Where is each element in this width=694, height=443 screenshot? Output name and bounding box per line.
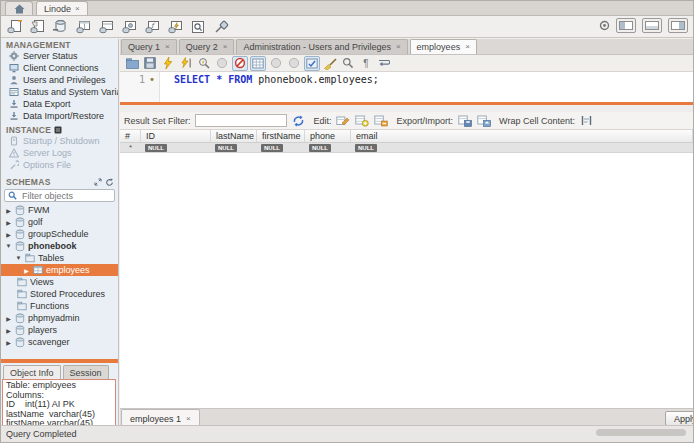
tree-item-fwm[interactable]: ▶FWM (1, 204, 118, 216)
sidebar-item-users-and-privileges[interactable]: Users and Privileges (1, 74, 118, 86)
sidebar-item-data-import[interactable]: Data Import/Restore (1, 110, 118, 122)
column-header-email[interactable]: email (351, 130, 693, 142)
explain-icon[interactable] (196, 56, 212, 71)
delete-row-icon[interactable] (374, 114, 389, 128)
sql-keyword: SELECT (174, 74, 210, 85)
expand-schemas-icon[interactable] (94, 178, 102, 186)
column-header-lastname[interactable]: lastName (211, 130, 257, 142)
tree-item-phonebook[interactable]: ▼phonebook (1, 240, 118, 252)
tree-item-views[interactable]: Views (1, 276, 118, 288)
tree-item-functions[interactable]: Functions (1, 300, 118, 312)
execute-current-icon[interactable] (178, 56, 194, 71)
tree-item-stored-procedures[interactable]: Stored Procedures (1, 288, 118, 300)
refresh-schemas-icon[interactable] (105, 178, 114, 187)
tab-query-1[interactable]: Query 1× (121, 39, 177, 54)
column-header-id[interactable]: ID (141, 130, 211, 142)
limit-rows-icon[interactable] (250, 56, 266, 71)
autocommit-icon[interactable] (304, 56, 320, 71)
close-tab-icon[interactable]: × (165, 43, 170, 51)
stop-icon[interactable] (214, 56, 230, 71)
sql-editor[interactable]: 1 • SELECT * FROM phonebook.employees; (120, 72, 693, 102)
create-view-icon[interactable] (97, 18, 115, 35)
null-badge[interactable]: NULL (309, 144, 331, 152)
tab-query-2[interactable]: Query 2× (179, 39, 235, 54)
invisibles-icon[interactable]: ¶ (358, 56, 374, 71)
sidebar-item-client-connections[interactable]: Client Connections (1, 62, 118, 74)
edit-record-icon[interactable] (336, 114, 351, 128)
apply-button[interactable]: Apply (665, 411, 694, 426)
search-objects-icon[interactable] (189, 18, 207, 35)
tab-employees[interactable]: employees× (410, 39, 477, 54)
tab-object-info[interactable]: Object Info (3, 365, 61, 380)
toggle-left-panel-button[interactable] (616, 18, 636, 33)
tree-item-golf[interactable]: ▶golf (1, 216, 118, 228)
sidebar-splitter[interactable] (1, 359, 118, 363)
tree-item-players[interactable]: ▶players (1, 324, 118, 336)
null-badge[interactable]: NULL (145, 144, 167, 152)
tab-administration-users[interactable]: Administration - Users and Privileges× (236, 39, 407, 54)
schema-filter-input[interactable] (20, 190, 111, 202)
beautify-icon[interactable] (322, 56, 338, 71)
wrap-cell-content-icon[interactable] (579, 114, 594, 128)
connection-tab[interactable]: Linode × (36, 1, 88, 15)
execute-icon[interactable] (160, 56, 176, 71)
sidebar-item-options-file[interactable]: Options File (1, 159, 118, 171)
result-filter-input[interactable] (195, 114, 287, 127)
tab-session[interactable]: Session (63, 365, 109, 380)
column-header-firstname[interactable]: firstName (257, 130, 305, 142)
find-icon[interactable] (340, 56, 356, 71)
sidebar-item-status-system-variables[interactable]: Status and System Variables (1, 86, 118, 98)
open-file-icon[interactable] (124, 56, 140, 71)
refresh-icon[interactable] (291, 114, 306, 128)
create-table-icon[interactable] (74, 18, 92, 35)
tree-item-groupschedule[interactable]: ▶groupSchedule (1, 228, 118, 240)
create-trigger-icon[interactable] (166, 18, 184, 35)
null-badge[interactable]: NULL (261, 144, 283, 152)
sidebar-item-server-logs[interactable]: Server Logs (1, 147, 118, 159)
open-sql-script-icon[interactable] (28, 18, 46, 35)
sidebar-item-data-export[interactable]: Data Export (1, 98, 118, 110)
close-tab-icon[interactable]: × (396, 43, 401, 51)
sql-statement[interactable]: SELECT * FROM phonebook.employees; (160, 72, 379, 102)
toggle-stop-on-error-icon[interactable] (232, 56, 248, 71)
table-row[interactable]: * NULL NULL NULL NULL NULL (120, 143, 693, 153)
result-grid-body[interactable] (120, 153, 693, 408)
tab-label: Query 1 (128, 42, 160, 52)
rollback-icon[interactable] (286, 56, 302, 71)
tree-item-phpmyadmin[interactable]: ▶phpmyadmin (1, 312, 118, 324)
sidebar-item-startup-shutdown[interactable]: Startup / Shutdown (1, 135, 118, 147)
toggle-right-panel-button[interactable] (668, 18, 688, 33)
tree-item-employees[interactable]: ▶employees (1, 264, 118, 276)
add-row-icon[interactable] (355, 114, 370, 128)
home-tab[interactable] (5, 1, 33, 15)
column-header-phone[interactable]: phone (305, 130, 351, 142)
null-badge[interactable]: NULL (215, 144, 237, 152)
reconnect-dbms-icon[interactable] (212, 18, 230, 35)
toggle-bottom-panel-button[interactable] (642, 18, 662, 33)
schema-icon (15, 241, 25, 252)
new-query-tab-icon[interactable] (5, 18, 23, 35)
close-tab-icon[interactable]: × (186, 415, 191, 423)
commit-icon[interactable] (268, 56, 284, 71)
wrap-text-icon[interactable] (376, 56, 392, 71)
horizontal-scrollbar-thumb[interactable] (596, 429, 686, 436)
statement-marker-icon: • (149, 74, 155, 85)
wrap-cell-label: Wrap Cell Content: (499, 116, 575, 126)
import-records-icon[interactable] (476, 114, 491, 128)
create-schema-icon[interactable] (51, 18, 69, 35)
null-badge[interactable]: NULL (355, 144, 377, 152)
sidebar-item-server-status[interactable]: Server Status (1, 50, 118, 62)
save-icon[interactable] (142, 56, 158, 71)
connection-tab-bar: Linode × (1, 1, 693, 16)
create-procedure-icon[interactable] (120, 18, 138, 35)
schemas-section-header: SCHEMAS (1, 176, 118, 187)
close-tab-icon[interactable]: × (465, 43, 470, 51)
create-function-icon[interactable]: f (143, 18, 161, 35)
close-tab-icon[interactable]: × (223, 43, 228, 51)
export-recordset-icon[interactable] (457, 114, 472, 128)
tree-item-scavenger[interactable]: ▶scavenger (1, 336, 118, 348)
server-logs-icon (9, 148, 19, 158)
close-connection-tab-icon[interactable]: × (75, 5, 80, 13)
tree-item-tables[interactable]: ▼Tables (1, 252, 118, 264)
column-header-rownum[interactable]: # (120, 130, 141, 142)
